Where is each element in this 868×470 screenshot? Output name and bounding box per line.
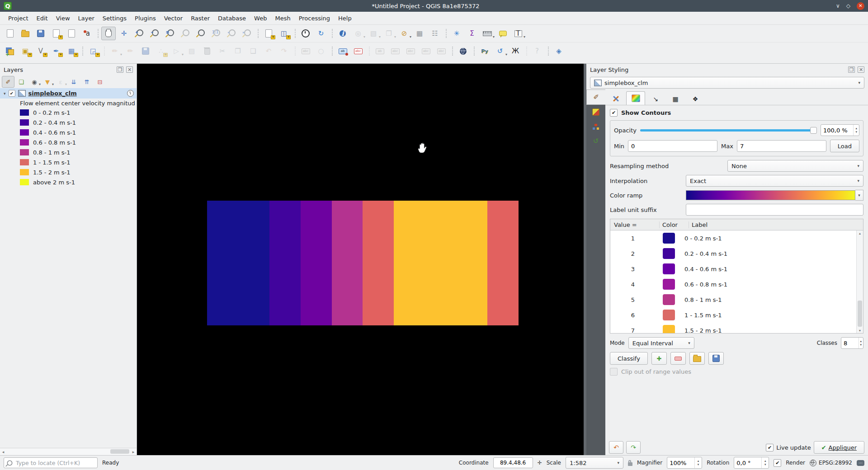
min-input[interactable] — [628, 143, 717, 150]
class-color-swatch[interactable] — [663, 233, 675, 244]
label-unit-suffix-input[interactable] — [686, 207, 863, 213]
menu-item[interactable]: Layer — [75, 14, 98, 23]
magnifier-spinbox[interactable]: ▴▾ — [667, 457, 702, 469]
highlight-pinned-labels-button[interactable]: abc — [388, 44, 402, 58]
table-row[interactable]: 2 0.2 - 0.4 m s-1 — [610, 246, 863, 261]
add-class-button[interactable]: ✚ — [651, 352, 667, 365]
identify-features-button[interactable] — [335, 27, 350, 40]
new-geopackage-layer-button[interactable]: ▣ ✳ — [18, 44, 33, 58]
classes-input[interactable] — [841, 340, 859, 347]
show-layout-manager-button[interactable] — [64, 27, 79, 40]
zoom-to-selection-button[interactable] — [178, 27, 193, 40]
legend-item[interactable]: 1.5 - 2 m s-1 — [0, 167, 137, 177]
debugging-tools-button[interactable]: Ж — [508, 44, 523, 58]
expander-icon[interactable]: ▾ — [4, 91, 6, 96]
minimize-button[interactable]: ∨ — [836, 3, 840, 9]
layer-labeling-options-button[interactable]: ab — [335, 44, 350, 58]
class-value[interactable]: 5 — [610, 296, 656, 303]
layer-name[interactable]: simplebox_clm — [28, 90, 124, 97]
data-source-manager-button[interactable] — [3, 44, 17, 58]
class-label[interactable]: 1.5 - 2 m s-1 — [682, 327, 863, 334]
collapse-all-button[interactable]: ⇈ — [80, 76, 93, 88]
table-row[interactable]: 5 0.8 - 1 m s-1 — [610, 292, 863, 307]
class-color-swatch[interactable] — [663, 248, 675, 259]
menu-item[interactable]: Edit — [33, 14, 51, 23]
tab-symbology[interactable]: ✐ — [586, 89, 605, 105]
tab-style-history[interactable]: ↺ — [586, 134, 605, 148]
color-ramp-dropdown[interactable]: ▾ — [855, 190, 863, 201]
processing-toolbox-button[interactable]: ✳ — [449, 27, 464, 40]
zoom-next-button[interactable]: ▸ — [240, 27, 254, 40]
copy-features-button[interactable]: ❐ — [231, 44, 245, 58]
remove-class-button[interactable] — [670, 352, 686, 365]
scrollbar-thumb[interactable] — [110, 449, 129, 454]
pin-unpin-labels-button[interactable]: ab — [373, 44, 387, 58]
layers-horizontal-scrollbar[interactable]: ◂ ▸ — [0, 448, 137, 455]
color-column-header[interactable]: Color — [660, 221, 689, 228]
render-checkbox[interactable] — [774, 459, 781, 467]
redo-style-button[interactable]: ↷ — [626, 441, 641, 454]
save-style-button[interactable] — [708, 352, 724, 365]
load-button[interactable]: Load — [830, 140, 859, 152]
locator-field[interactable] — [4, 457, 98, 468]
save-project-button[interactable] — [33, 27, 48, 40]
scroll-right-icon[interactable]: ▸ — [130, 450, 137, 454]
legend-item[interactable]: above 2 m s-1 — [0, 177, 137, 187]
delete-selected-button[interactable] — [200, 44, 214, 58]
menu-item[interactable]: Settings — [99, 14, 130, 23]
menu-item[interactable]: Processing — [295, 14, 334, 23]
crs-globe-icon[interactable] — [810, 460, 816, 466]
new-virtual-layer-button[interactable]: ▦ ✳ — [64, 44, 79, 58]
class-value[interactable]: 1 — [610, 235, 656, 242]
tab-vectors[interactable]: ↘ — [646, 92, 665, 105]
menu-item[interactable]: Database — [214, 14, 250, 23]
legend-item[interactable]: 1 - 1.5 m s-1 — [0, 157, 137, 167]
table-row[interactable]: 6 1 - 1.5 m s-1 — [610, 307, 863, 323]
crs-code[interactable]: EPSG:28992 — [819, 460, 852, 466]
opacity-spinbox[interactable]: ▴▾ — [821, 124, 859, 136]
open-attribute-table-button[interactable]: ▦ — [412, 27, 427, 40]
menu-item[interactable]: Web — [250, 14, 270, 23]
label-toolbar-button[interactable]: abc — [298, 44, 313, 58]
label-unit-suffix-field[interactable] — [686, 204, 863, 216]
add-group-button[interactable]: ❏ — [15, 76, 28, 88]
pan-to-selection-button[interactable]: ✛ — [117, 27, 131, 40]
legend-item[interactable]: 0.6 - 0.8 m s-1 — [0, 137, 137, 147]
class-value[interactable]: 4 — [610, 281, 656, 288]
max-field[interactable] — [737, 140, 826, 152]
move-label-button[interactable]: abc — [403, 44, 418, 58]
color-ramp-preview[interactable] — [686, 190, 855, 200]
new-project-button[interactable] — [3, 27, 17, 40]
maximize-button[interactable]: ◇ — [846, 3, 850, 9]
opacity-slider[interactable] — [640, 126, 817, 135]
value-column-header[interactable]: Value = — [610, 221, 660, 228]
close-panel-icon[interactable]: ✕ — [858, 66, 864, 73]
new-mesh-layer-button[interactable]: ◲ ✳ — [86, 44, 100, 58]
zoom-last-button[interactable]: ◂ — [224, 27, 239, 40]
open-field-calculator-button[interactable]: ☷ — [428, 27, 442, 40]
new-map-view-button[interactable]: ✳ — [261, 27, 276, 40]
map-canvas[interactable] — [137, 64, 584, 455]
temporal-controller-button[interactable] — [298, 27, 313, 40]
float-panel-icon[interactable]: ❐ — [117, 66, 123, 73]
label-column-header[interactable]: Label — [689, 221, 863, 228]
deselect-features-button[interactable]: ❐ — [382, 27, 396, 40]
class-label[interactable]: 0.8 - 1 m s-1 — [682, 296, 863, 303]
new-shapefile-layer-button[interactable]: V ✳ — [33, 44, 48, 58]
select-features-button[interactable]: ▧ — [366, 27, 381, 40]
open-project-button[interactable] — [18, 27, 33, 40]
class-label[interactable]: 0 - 0.2 m s-1 — [682, 235, 863, 242]
class-color-swatch[interactable] — [663, 279, 675, 290]
scroll-left-icon[interactable]: ◂ — [0, 450, 6, 454]
class-value[interactable]: 6 — [610, 312, 656, 319]
python-console-button[interactable] — [477, 44, 492, 58]
table-row[interactable]: 1 0 - 0.2 m s-1 — [610, 230, 863, 246]
redo-edit-button[interactable]: ↷ — [277, 44, 291, 58]
refresh-map-button[interactable]: ↻ — [314, 27, 328, 40]
rotation-input[interactable] — [734, 460, 761, 466]
scroll-up-icon[interactable]: ▴ — [859, 230, 861, 236]
cut-features-button[interactable]: ✂ — [215, 44, 230, 58]
tab-contours[interactable] — [626, 91, 645, 105]
measure-button[interactable] — [480, 27, 495, 40]
table-row[interactable]: 4 0.6 - 0.8 m s-1 — [610, 277, 863, 292]
